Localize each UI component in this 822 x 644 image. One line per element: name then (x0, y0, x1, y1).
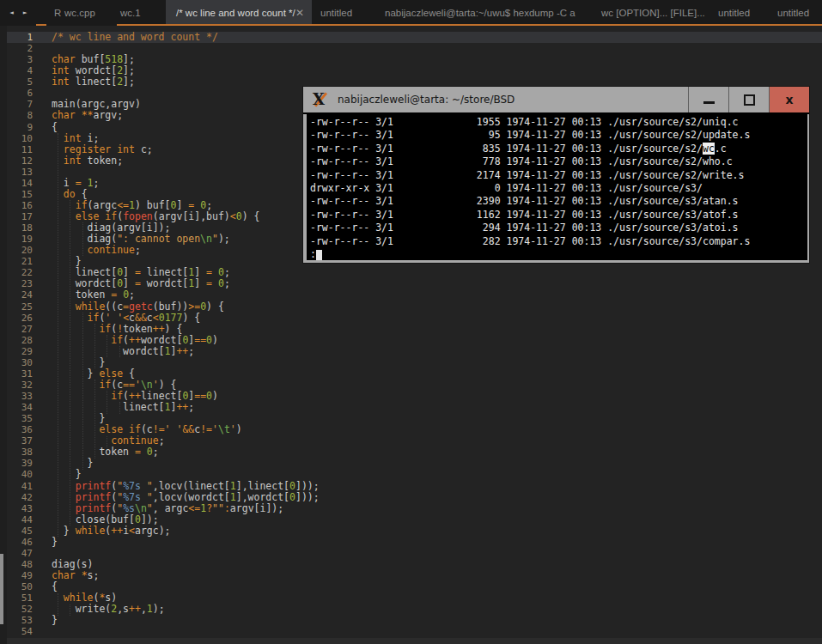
tab-untitled-3[interactable]: untitled (777, 0, 809, 26)
line-number: 2 (7, 43, 33, 54)
line-number: 51 (7, 592, 33, 604)
line-number: 26 (7, 313, 33, 324)
line-number: 24 (7, 289, 33, 301)
terminal-titlebar[interactable]: X nabijaczleweli@tarta: ~/store/BSD x (303, 87, 809, 114)
line-number: 33 (7, 391, 33, 402)
line-number: 30 (7, 357, 33, 368)
close-button[interactable]: x (769, 87, 809, 112)
code-line: 34 linect[1]++; (0, 402, 822, 413)
line-number: 35 (7, 413, 33, 424)
line-number: 23 (7, 278, 33, 289)
maximize-icon (744, 94, 755, 106)
terminal-row: -rw-r--r-- 3/1 2174 1974-11-27 00:13 ./u… (310, 169, 807, 182)
line-number: 48 (7, 559, 33, 570)
line-number: 7 (7, 99, 33, 110)
tab-wc-cpp[interactable]: wc.cpp (64, 0, 95, 26)
line-number: 31 (7, 368, 33, 380)
line-number: 10 (7, 133, 33, 144)
code-text: } (52, 615, 58, 626)
line-number: 27 (7, 324, 33, 335)
code-line: 29 wordct[1]++; (0, 346, 822, 357)
terminal-row: drwxr-xr-x 3/1 0 1974-11-27 00:13 ./usr/… (310, 182, 807, 195)
code-text: char **argv; (52, 110, 123, 121)
code-text: char *s; (52, 570, 99, 581)
search-highlight: wc (703, 143, 715, 155)
tab-hexdump[interactable]: nabijaczleweli@tarta:~/uwu$ hexdump -C a (385, 0, 575, 26)
line-number: 11 (7, 144, 33, 155)
line-number: 45 (7, 526, 33, 537)
line-number: 43 (7, 503, 33, 514)
tab-wc-1[interactable]: wc.1 (120, 0, 141, 26)
tab-bar: ◄ ► R wc.cpp wc.1 /* wc line and word co… (0, 0, 822, 26)
line-number: 34 (7, 402, 33, 413)
maximize-button[interactable] (728, 87, 769, 112)
line-number: 25 (7, 301, 33, 313)
line-number: 9 (7, 122, 33, 133)
code-line: 46} (0, 537, 822, 548)
terminal-row: -rw-r--r-- 3/1 282 1974-11-27 00:13 ./us… (310, 235, 807, 248)
line-number: 37 (7, 435, 33, 447)
code-text: /* wc line and word count */ (52, 32, 218, 43)
line-number: 1 (7, 32, 33, 43)
line-number: 5 (7, 76, 33, 88)
line-number: 40 (7, 469, 33, 480)
line-number: 3 (7, 54, 33, 65)
terminal-row: -rw-r--r-- 3/1 1162 1974-11-27 00:13 ./u… (310, 209, 807, 222)
tab-untitled-1[interactable]: untitled (320, 0, 352, 26)
code-line: 49char *s; (0, 570, 822, 581)
line-number: 52 (7, 604, 33, 615)
line-number: 49 (7, 570, 33, 581)
line-number: 18 (7, 222, 33, 234)
line-number: 28 (7, 335, 33, 346)
scrollbar-track (0, 26, 7, 644)
code-line: 52 write(2,s++,1); (0, 604, 822, 615)
line-number: 20 (7, 245, 33, 256)
terminal-row: -rw-r--r-- 3/1 294 1974-11-27 00:13 ./us… (310, 222, 807, 234)
screen: { "tabbar": { "nav_arrows": "◄ ►", "tabs… (0, 0, 822, 644)
tab-nav-arrows-icon[interactable]: ◄ ► (9, 0, 29, 26)
line-number: 6 (7, 88, 33, 99)
code-text: } while(++i<argc); (52, 526, 171, 537)
tab-untitled-2[interactable]: untitled (718, 0, 750, 26)
code-line: 39 } (0, 458, 822, 469)
close-x-icon: x (785, 93, 793, 106)
line-number: 50 (7, 581, 33, 592)
line-number: 54 (7, 626, 33, 637)
code-line: 50{ (0, 581, 822, 592)
line-number: 19 (7, 234, 33, 245)
line-number: 53 (7, 615, 33, 626)
terminal-row: -rw-r--r-- 3/1 2390 1974-11-27 00:13 ./u… (310, 195, 807, 208)
line-number: 39 (7, 458, 33, 469)
line-number: 32 (7, 380, 33, 391)
code-line: 48diag(s) (0, 559, 822, 570)
line-number: 22 (7, 267, 33, 278)
scrollbar-thumb[interactable] (0, 554, 3, 624)
code-line: 38 token = 0; (0, 447, 822, 458)
close-icon[interactable]: ✕ (295, 0, 304, 26)
code-line: 54 (0, 626, 822, 637)
terminal-window: X nabijaczleweli@tarta: ~/store/BSD x -r… (302, 86, 810, 264)
line-number: 8 (7, 110, 33, 121)
line-number: 17 (7, 211, 33, 222)
line-number: 13 (7, 167, 33, 178)
line-number: 41 (7, 481, 33, 492)
xterm-icon-x: X (313, 90, 325, 109)
minimize-button[interactable] (688, 87, 728, 112)
line-number: 47 (7, 548, 33, 559)
terminal-row: -rw-r--r-- 3/1 1955 1974-11-27 00:13 ./u… (310, 116, 807, 129)
code-line: 47 (0, 548, 822, 559)
code-line: 53} (0, 615, 822, 626)
code-text: write(2,s++,1); (52, 604, 165, 615)
code-text: int token; (52, 155, 123, 167)
terminal-cursor (316, 250, 322, 260)
below-eof-area (0, 638, 822, 644)
tab-wc-option[interactable]: wc [OPTION]... [FILE]... (601, 0, 705, 26)
code-line: 45 } while(++i<argc); (0, 526, 822, 537)
terminal-content[interactable]: -rw-r--r-- 3/1 1955 1974-11-27 00:13 ./u… (307, 114, 807, 260)
line-number: 16 (7, 200, 33, 211)
line-number: 42 (7, 492, 33, 503)
line-number: 15 (7, 189, 33, 200)
xterm-icon: X (311, 90, 330, 109)
terminal-row: -rw-r--r-- 3/1 95 1974-11-27 00:13 ./usr… (310, 129, 807, 142)
terminal-row: -rw-r--r-- 3/1 835 1974-11-27 00:13 ./us… (310, 143, 807, 155)
